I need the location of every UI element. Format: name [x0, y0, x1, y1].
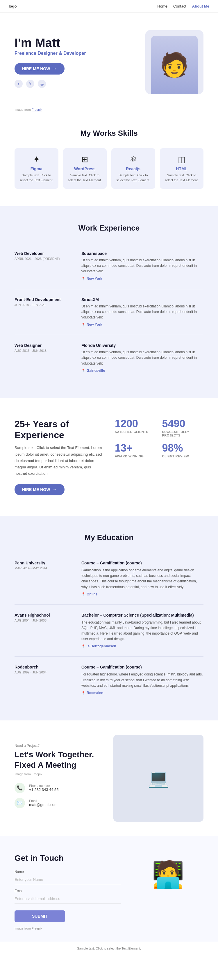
job-dates-2: AUG 2016 - JUN 2018 — [14, 349, 73, 352]
contact-form-area: Get in Touch Name Email SUBMIT Image fro… — [14, 854, 121, 930]
edu-location-1: 📍 's-Hertogenbosch — [82, 644, 204, 648]
name-input[interactable] — [14, 875, 121, 884]
pin-icon-0: 📍 — [82, 277, 85, 280]
cta-email-details: Email matt@gmail.com — [29, 799, 58, 807]
nav-contact[interactable]: Contact — [173, 4, 186, 8]
work-location-0: 📍 New York — [82, 277, 204, 281]
phone-value: +1 232 343 44 55 — [29, 788, 59, 792]
skill-html-desc: Sample text. Click to select the Text El… — [165, 173, 199, 183]
edu-row-0: Penn University MAR 2014 - MAY 2014 Cour… — [14, 552, 204, 605]
edu-desc-0: Gamification is the application of game … — [82, 568, 204, 590]
edu-right-2: Course – Gamification (course) I graduat… — [82, 665, 204, 695]
skill-wordpress-desc: Sample text. Click to select the Text El… — [68, 173, 102, 183]
hero-subtitle: Freelance Designer & Developer — [14, 51, 86, 56]
stat-awards-label: AWARD WINNING — [115, 455, 156, 458]
figma-icon: ✦ — [19, 154, 54, 164]
freepik-link-hero[interactable]: Freepik — [32, 108, 42, 111]
work-left-2: Web Designer AUG 2016 - JUN 2018 — [14, 343, 73, 373]
stats-hire-button[interactable]: HIRE ME NOW → — [14, 484, 64, 495]
stat-clients: 1200 SATISFIED CLIENTS — [115, 418, 156, 437]
skill-html[interactable]: ◫ HTML Sample text. Click to select the … — [160, 148, 204, 189]
cta-section: Need a Project? Let's Work Together. Fix… — [0, 721, 218, 836]
school-0: Penn University — [14, 561, 73, 565]
nav-home[interactable]: Home — [157, 4, 167, 8]
facebook-icon[interactable]: f — [14, 80, 22, 88]
email-label-form: Email — [14, 889, 121, 893]
pin-icon-1: 📍 — [82, 323, 85, 326]
job-dates-0: APRIL 2021 - 2023 (PRESENT) — [14, 257, 73, 261]
skills-grid: ✦ Figma Sample text. Click to select the… — [14, 148, 204, 189]
edu-dates-0: MAR 2014 - MAY 2014 — [14, 566, 73, 570]
footer: Sample text. Click to select the Text El… — [0, 942, 218, 955]
stat-reviews: 98% CLIENT REVIEW — [162, 443, 204, 458]
work-right-0: Squarespace Ut enim ad minim veniam, qui… — [82, 251, 204, 281]
stat-clients-label: SATISFIED CLIENTS — [115, 430, 156, 434]
name-form-group: Name — [14, 870, 121, 884]
contact-section: Get in Touch Name Email SUBMIT Image fro… — [0, 836, 218, 942]
edu-left-1: Avans Highschool AUG 2004 - JUN 2008 — [14, 613, 73, 649]
stat-awards-value: 13+ — [115, 443, 156, 453]
reactjs-icon: ⚛ — [116, 154, 151, 164]
work-experience-section: Work Experience Web Developer APRIL 2021… — [0, 206, 218, 398]
logo: logo — [9, 4, 16, 8]
work-desc-0: Ut enim ad minim veniam, quis nostrud ex… — [82, 258, 204, 274]
twitter-icon[interactable]: 𝕏 — [26, 80, 34, 88]
name-label: Name — [14, 870, 121, 874]
pin-icon-2: 📍 — [82, 369, 85, 372]
work-experience-title: Work Experience — [14, 224, 204, 232]
work-row-0: Web Developer APRIL 2021 - 2023 (PRESENT… — [14, 243, 204, 289]
work-left-1: Front-End Development JUN 2018 - FEB 202… — [14, 297, 73, 327]
cta-need-label: Need a Project? — [14, 744, 105, 748]
work-row-2: Web Designer AUG 2016 - JUN 2018 Florida… — [14, 335, 204, 381]
email-form-group: Email — [14, 889, 121, 904]
laptop-illustration: 💻 — [147, 768, 170, 789]
wordpress-icon: ⊞ — [68, 154, 102, 164]
hero-section: I'm Matt Freelance Designer & Developer … — [0, 13, 218, 105]
skill-reactjs-name: Reactjs — [116, 167, 151, 171]
job-title-1: Front-End Development — [14, 297, 73, 302]
person-illustration: 🧑 — [160, 53, 189, 76]
footer-text: Sample text. Click to select the Text El… — [5, 947, 213, 950]
job-title-0: Web Developer — [14, 251, 73, 256]
email-label-cta: Email — [29, 799, 58, 802]
instagram-icon[interactable]: ◎ — [38, 80, 46, 88]
email-icon: ✉️ — [14, 798, 25, 808]
company-1: SiriusXM — [82, 297, 204, 302]
edu-desc-2: I graduated highschool, where I enjoyed … — [82, 672, 204, 689]
skill-wordpress[interactable]: ⊞ WordPress Sample text. Click to select… — [63, 148, 107, 189]
hero-name: I'm Matt — [14, 36, 86, 49]
cta-image-credit: Image from Freepik — [14, 772, 105, 776]
html-icon: ◫ — [165, 154, 199, 164]
contact-image-credit: Image from Freepik — [14, 927, 121, 930]
email-value-cta: matt@gmail.com — [29, 802, 58, 807]
nav-about[interactable]: About Me — [192, 4, 209, 8]
phone-label: Phone number — [29, 784, 59, 788]
cta-phone-details: Phone number +1 232 343 44 55 — [29, 784, 59, 792]
work-location-1: 📍 New York — [82, 323, 204, 326]
work-location-2: 📍 Gainesville — [82, 369, 204, 373]
skills-section: My Works Skills ✦ Figma Sample text. Cli… — [0, 111, 218, 206]
edu-left-2: Rodenborch AUG 1999 - JUN 2004 — [14, 665, 73, 695]
stats-arrow-icon: → — [52, 487, 57, 492]
work-right-1: SiriusXM Ut enim ad minim veniam, quis n… — [82, 297, 204, 327]
email-input[interactable] — [14, 894, 121, 904]
contact-title: Get in Touch — [14, 854, 121, 863]
cta-headline: Let's Work Together. Fixed A Meeting — [14, 749, 105, 771]
edu-pin-0: 📍 — [82, 592, 85, 596]
stat-projects-label: SUCCESSFULLY PROJECTS — [162, 430, 204, 437]
edu-pin-2: 📍 — [82, 691, 85, 695]
hero-image: 🧑 — [145, 30, 204, 94]
skill-figma-desc: Sample text. Click to select the Text El… — [19, 173, 54, 183]
cta-email: ✉️ Email matt@gmail.com — [14, 798, 105, 808]
arrow-icon: → — [52, 66, 57, 72]
stat-reviews-label: CLIENT REVIEW — [162, 455, 204, 458]
hire-me-button[interactable]: HIRE ME NOW → — [14, 63, 64, 75]
edu-location-2: 📍 Rosmalen — [82, 691, 204, 695]
hero-image-credit: Image from Freepik — [0, 105, 218, 111]
edu-dates-1: AUG 2004 - JUN 2008 — [14, 619, 73, 622]
stat-projects: 5490 SUCCESSFULLY PROJECTS — [162, 418, 204, 437]
skill-reactjs[interactable]: ⚛ Reactjs Sample text. Click to select t… — [111, 148, 155, 189]
nav-links: Home Contact About Me — [157, 4, 209, 8]
submit-button[interactable]: SUBMIT — [14, 910, 65, 922]
skill-figma[interactable]: ✦ Figma Sample text. Click to select the… — [14, 148, 58, 189]
